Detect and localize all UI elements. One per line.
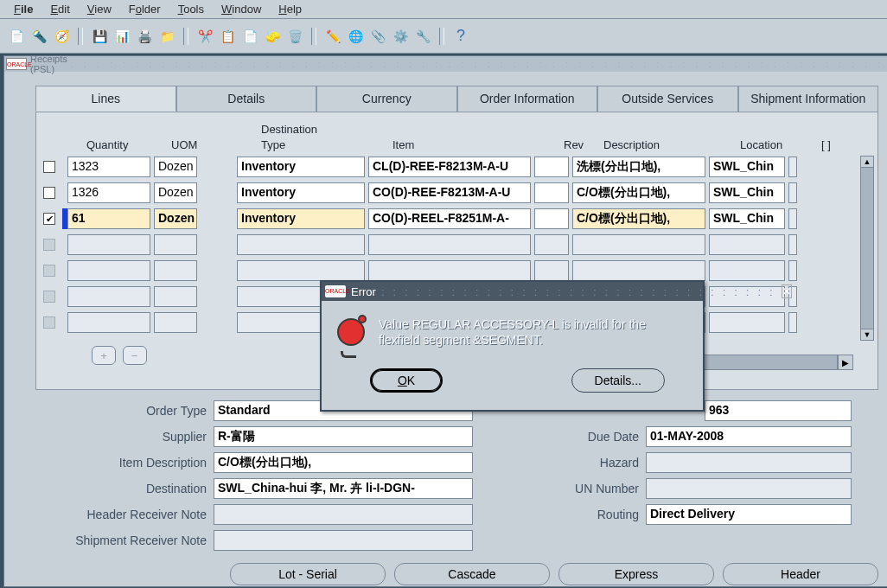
cell-desttype[interactable]: Inventory xyxy=(237,182,365,203)
window-title: Receipts (PSL) xyxy=(30,54,67,74)
menu-window[interactable]: Window xyxy=(213,3,270,16)
cascade-button[interactable]: Cascade xyxy=(394,563,550,585)
help-icon[interactable]: ? xyxy=(451,27,470,46)
express-button[interactable]: Express xyxy=(558,563,714,585)
table-row: 1326 Dozen Inventory CO(D)-REE-F8213M-A-… xyxy=(41,182,872,204)
error-titlebar[interactable]: ORACLE Error :::::::::::::::::::::::::::… xyxy=(322,282,703,301)
cell-rev[interactable] xyxy=(534,182,569,203)
cell-quantity[interactable]: 1326 xyxy=(67,182,150,203)
window-titlebar[interactable]: ORACLE Receipts (PSL) ::::::::::::::::::… xyxy=(4,56,887,72)
table-row: 1323 Dozen Inventory CL(D)-REE-F8213M-A-… xyxy=(41,156,872,178)
copy-icon[interactable]: 📋 xyxy=(218,27,237,46)
cell-uom[interactable]: Dozen xyxy=(154,208,197,229)
tab-shipment-information[interactable]: Shipment Information xyxy=(738,86,879,112)
col-rev: Rev xyxy=(564,138,584,151)
close-form-icon[interactable]: 📁 xyxy=(157,27,176,46)
cell-item[interactable]: CO(D)-REE-F8213M-A-U xyxy=(368,182,531,203)
fld-item-desc[interactable]: C/O標(分出口地), xyxy=(214,452,473,473)
menu-help[interactable]: Help xyxy=(270,3,310,16)
fld-routing[interactable]: Direct Delivery xyxy=(646,504,852,525)
cell-item[interactable]: CO(D)-REEL-F8251M-A- xyxy=(368,208,531,229)
scroll-right-icon[interactable]: ▶ xyxy=(838,355,853,370)
tab-order-information[interactable]: Order Information xyxy=(457,86,598,112)
cell-location[interactable]: SWL_Chin xyxy=(709,182,785,203)
cell-rev[interactable] xyxy=(534,157,569,177)
dff-cell[interactable] xyxy=(788,157,797,177)
row-checkbox[interactable] xyxy=(43,187,55,199)
fld-due-date[interactable]: 01-MAY-2008 xyxy=(646,426,852,447)
scroll-up-icon[interactable]: ▲ xyxy=(860,156,874,168)
folder-tools-icon[interactable]: 🔧 xyxy=(413,27,432,46)
scroll-down-icon[interactable]: ▼ xyxy=(860,329,874,341)
cell-rev[interactable] xyxy=(534,208,569,229)
row-checkbox[interactable] xyxy=(43,265,55,277)
row-checkbox[interactable]: ✔ xyxy=(43,213,55,225)
find-icon[interactable]: 🔦 xyxy=(29,27,48,46)
cell-desc[interactable]: C/O標(分出口地), xyxy=(572,208,705,229)
erase-icon[interactable]: 🧽 xyxy=(263,27,282,46)
fld-supplier[interactable]: R-富陽 xyxy=(214,426,473,447)
vscrollbar[interactable]: ▲ ▼ xyxy=(860,156,874,341)
menu-view[interactable]: View xyxy=(79,3,120,16)
tab-lines[interactable]: Lines xyxy=(35,86,176,112)
lbl-due-date: Due Date xyxy=(473,430,639,444)
lbl-un-number: UN Number xyxy=(473,482,639,495)
col-desttype: Type xyxy=(261,138,285,151)
fld-hazard[interactable] xyxy=(646,452,852,473)
delete-icon[interactable]: 🗑️ xyxy=(285,27,304,46)
dff-cell[interactable] xyxy=(788,182,797,203)
paste-icon[interactable]: 📄 xyxy=(240,27,259,46)
close-icon[interactable]: ✕ xyxy=(782,284,792,298)
error-title: Error xyxy=(351,285,376,298)
new-icon[interactable]: 📄 xyxy=(7,27,26,46)
add-row-button[interactable]: + xyxy=(92,346,116,365)
nav-icon[interactable]: 🧭 xyxy=(52,27,71,46)
translate-icon[interactable]: 🌐 xyxy=(346,27,365,46)
edit-field-icon[interactable]: ✏️ xyxy=(323,27,342,46)
fld-un-number[interactable] xyxy=(646,478,852,499)
cell-desttype[interactable]: Inventory xyxy=(237,208,365,229)
fld-order-num[interactable]: 963 xyxy=(705,400,852,421)
lbl-destination: Destination xyxy=(35,482,207,495)
cell-item[interactable]: CL(D)-REE-F8213M-A-U xyxy=(368,157,531,177)
tab-outside-services[interactable]: Outside Services xyxy=(597,86,738,112)
cell-quantity[interactable]: 61 xyxy=(67,208,150,229)
attachments-icon[interactable]: 📎 xyxy=(368,27,387,46)
cell-quantity[interactable]: 1323 xyxy=(67,157,150,177)
row-checkbox[interactable] xyxy=(43,239,55,251)
menu-edit[interactable]: Edit xyxy=(41,3,78,16)
print-icon[interactable]: 🖨️ xyxy=(135,27,154,46)
lot-serial-button[interactable]: Lot - Serial xyxy=(230,563,386,585)
ok-button[interactable]: OK xyxy=(370,368,443,393)
next-step-icon[interactable]: 📊 xyxy=(112,27,131,46)
details-button[interactable]: Details... xyxy=(571,368,665,393)
row-checkbox[interactable] xyxy=(43,291,55,303)
menu-file[interactable]: File xyxy=(5,3,41,16)
cell-desttype[interactable]: Inventory xyxy=(237,157,365,177)
table-row xyxy=(41,233,872,256)
tab-details[interactable]: Details xyxy=(176,86,317,112)
fld-shipment-receiver-note[interactable] xyxy=(214,530,473,551)
col-uom: UOM xyxy=(171,138,197,151)
menu-tools[interactable]: Tools xyxy=(169,3,213,16)
cell-location[interactable]: SWL_Chin xyxy=(709,157,785,177)
cell-uom[interactable]: Dozen xyxy=(154,157,197,177)
row-checkbox[interactable] xyxy=(43,161,55,173)
fld-header-receiver-note[interactable] xyxy=(214,504,473,525)
menu-folder[interactable]: Folder xyxy=(120,3,169,16)
cell-location[interactable]: SWL_Chin xyxy=(709,208,785,229)
row-checkbox[interactable] xyxy=(43,316,55,329)
cell-uom[interactable]: Dozen xyxy=(154,182,197,203)
remove-row-button[interactable]: − xyxy=(123,346,147,365)
tab-currency[interactable]: Currency xyxy=(316,86,457,112)
cell-desc[interactable]: C/O標(分出口地), xyxy=(572,182,705,203)
cut-icon[interactable]: ✂️ xyxy=(195,27,214,46)
header-button[interactable]: Header xyxy=(723,563,878,585)
fld-destination[interactable]: SWL_China-hui 李, Mr. 卉 li-I-DGN- xyxy=(214,478,473,499)
error-message: Value REGULAR ACCESSORY-L is invalid for… xyxy=(379,316,686,353)
tools-icon[interactable]: ⚙️ xyxy=(391,27,410,46)
save-icon[interactable]: 💾 xyxy=(90,27,109,46)
cell-desc[interactable]: 洗標(分出口地), xyxy=(572,157,705,177)
lbl-header-receiver-note: Header Receiver Note xyxy=(35,508,207,521)
dff-cell[interactable] xyxy=(788,208,797,229)
